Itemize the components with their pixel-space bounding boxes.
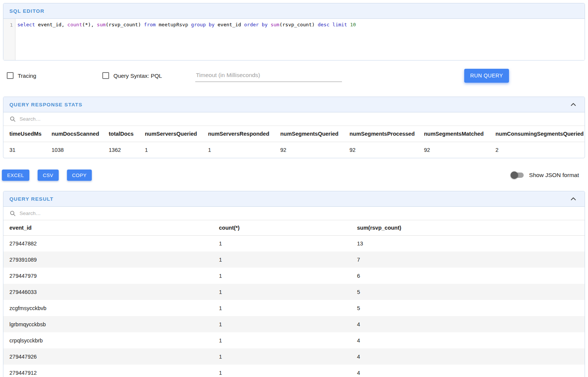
table-cell: 31 bbox=[3, 142, 46, 158]
table-cell: 5 bbox=[351, 300, 585, 316]
table-cell: 2 bbox=[489, 142, 585, 158]
column-header[interactable]: totalDocs bbox=[103, 126, 139, 142]
sql-token-keyword: desc bbox=[318, 22, 332, 27]
sql-editor-header: SQL EDITOR bbox=[3, 3, 585, 19]
table-cell: 5 bbox=[351, 284, 585, 300]
tracing-checkbox-wrap[interactable]: Tracing bbox=[7, 72, 36, 79]
query-response-stats-panel: QUERY RESPONSE STATS timeUsedMsnumDocsSc… bbox=[3, 97, 585, 158]
table-cell: 1 bbox=[139, 142, 202, 158]
query-response-stats-title: QUERY RESPONSE STATS bbox=[9, 102, 82, 107]
table-cell: 13 bbox=[351, 235, 585, 251]
table-cell: 1362 bbox=[103, 142, 139, 158]
export-row: EXCEL CSV COPY Show JSON format bbox=[2, 170, 585, 181]
line-number: 1 bbox=[10, 22, 13, 28]
sql-token-plain: event_id, bbox=[38, 22, 67, 27]
pql-checkbox-wrap[interactable]: Query Syntax: PQL bbox=[102, 72, 162, 79]
table-row: 279447882113 bbox=[3, 235, 585, 251]
json-toggle-wrap: Show JSON format bbox=[512, 172, 579, 179]
line-number-gutter: 1 bbox=[3, 19, 15, 60]
table-cell: 1 bbox=[213, 284, 351, 300]
sql-token-plain: (rsvp_count) bbox=[106, 22, 144, 27]
query-controls-row: Tracing Query Syntax: PQL RUN QUERY bbox=[7, 68, 588, 83]
column-header[interactable]: timeUsedMs bbox=[3, 126, 46, 142]
stats-table: timeUsedMsnumDocsScannedtotalDocsnumServ… bbox=[3, 126, 585, 158]
stats-search-row bbox=[3, 112, 585, 126]
table-row: lgrbmqycckbsb14 bbox=[3, 316, 585, 332]
column-header[interactable]: numConsumingSegmentsQueried bbox=[489, 126, 585, 142]
stats-header-row: timeUsedMsnumDocsScannedtotalDocsnumServ… bbox=[3, 126, 585, 142]
sql-token-keyword: limit bbox=[333, 22, 350, 27]
timeout-input[interactable] bbox=[195, 70, 342, 82]
run-query-button[interactable]: RUN QUERY bbox=[464, 69, 509, 83]
table-cell: 1 bbox=[213, 365, 351, 377]
sql-token-keyword: group by bbox=[191, 22, 217, 27]
table-cell: 4 bbox=[351, 316, 585, 332]
table-cell: 279446033 bbox=[3, 284, 213, 300]
column-header[interactable]: numSegmentsProcessed bbox=[343, 126, 418, 142]
column-header[interactable]: event_id bbox=[3, 220, 213, 235]
table-cell: 6 bbox=[351, 268, 585, 284]
sql-editor-panel: SQL EDITOR 1 select event_id, count(*), … bbox=[3, 3, 585, 61]
stats-search-input[interactable] bbox=[20, 116, 579, 122]
column-header[interactable]: sum(rsvp_count) bbox=[351, 220, 585, 235]
sql-token-keyword: order by bbox=[244, 22, 270, 27]
column-header[interactable]: numDocsScanned bbox=[46, 126, 103, 142]
table-cell: 1 bbox=[213, 316, 351, 332]
result-table: event_idcount(*)sum(rsvp_count) 27944788… bbox=[3, 220, 585, 377]
result-search-row bbox=[3, 207, 585, 220]
pql-label: Query Syntax: PQL bbox=[113, 73, 162, 79]
query-result-header: QUERY RESULT bbox=[3, 191, 585, 207]
show-json-toggle[interactable] bbox=[512, 173, 524, 178]
sql-code-editor[interactable]: 1 select event_id, count(*), sum(rsvp_co… bbox=[3, 19, 585, 60]
table-row: crpqlsycckbrb14 bbox=[3, 332, 585, 348]
table-cell: 1 bbox=[213, 268, 351, 284]
sql-token-keyword: from bbox=[144, 22, 159, 27]
toggle-thumb[interactable] bbox=[511, 171, 518, 179]
sql-token-table: meetupRsvp bbox=[159, 22, 191, 27]
table-cell: 1 bbox=[213, 251, 351, 268]
query-response-stats-header: QUERY RESPONSE STATS bbox=[3, 97, 585, 112]
table-cell: 279447926 bbox=[3, 348, 213, 365]
result-collapse-button[interactable] bbox=[568, 194, 579, 204]
result-table-body: 2794478821132793910891727944797916279446… bbox=[3, 235, 585, 377]
table-cell: 92 bbox=[343, 142, 418, 158]
table-cell: lgrbmqycckbsb bbox=[3, 316, 213, 332]
table-cell: 4 bbox=[351, 332, 585, 348]
sql-query-text[interactable]: select event_id, count(*), sum(rsvp_coun… bbox=[15, 19, 356, 60]
table-cell: 92 bbox=[274, 142, 343, 158]
sql-token-function: sum bbox=[270, 22, 279, 27]
copy-button[interactable]: COPY bbox=[67, 170, 92, 181]
table-cell: 4 bbox=[351, 365, 585, 377]
table-cell: 1 bbox=[202, 142, 274, 158]
query-result-title: QUERY RESULT bbox=[9, 196, 53, 202]
table-cell: 1 bbox=[213, 235, 351, 251]
table-row: 27944797916 bbox=[3, 268, 585, 284]
table-row: 27944792614 bbox=[3, 348, 585, 365]
sql-token-function: count bbox=[67, 22, 82, 27]
csv-button[interactable]: CSV bbox=[38, 170, 59, 181]
column-header[interactable]: count(*) bbox=[213, 220, 351, 235]
chevron-up-icon bbox=[569, 195, 577, 203]
result-search-input[interactable] bbox=[20, 210, 579, 216]
column-header[interactable]: numSegmentsMatched bbox=[418, 126, 489, 142]
table-cell: 279447912 bbox=[3, 365, 213, 377]
pql-checkbox[interactable] bbox=[102, 72, 109, 79]
table-cell: 1 bbox=[213, 348, 351, 365]
stats-collapse-button[interactable] bbox=[568, 99, 579, 110]
excel-button[interactable]: EXCEL bbox=[2, 170, 29, 181]
search-icon bbox=[9, 116, 16, 122]
chevron-up-icon bbox=[569, 100, 577, 109]
sql-token-keyword: select bbox=[17, 22, 38, 27]
column-header[interactable]: numServersResponded bbox=[202, 126, 274, 142]
sql-token-function: sum bbox=[97, 22, 105, 27]
table-cell: 1 bbox=[213, 300, 351, 316]
tracing-checkbox[interactable] bbox=[7, 72, 14, 79]
table-row: zcgfmsycckbvb15 bbox=[3, 300, 585, 316]
table-cell: crpqlsycckbrb bbox=[3, 332, 213, 348]
column-header[interactable]: numSegmentsQueried bbox=[274, 126, 343, 142]
table-cell: 4 bbox=[351, 348, 585, 365]
table-row: 27944791214 bbox=[3, 365, 585, 377]
column-header[interactable]: numServersQueried bbox=[139, 126, 202, 142]
json-toggle-label: Show JSON format bbox=[529, 172, 579, 179]
query-result-panel: QUERY RESULT event_idcount(*)sum(rsvp_co… bbox=[3, 191, 585, 377]
